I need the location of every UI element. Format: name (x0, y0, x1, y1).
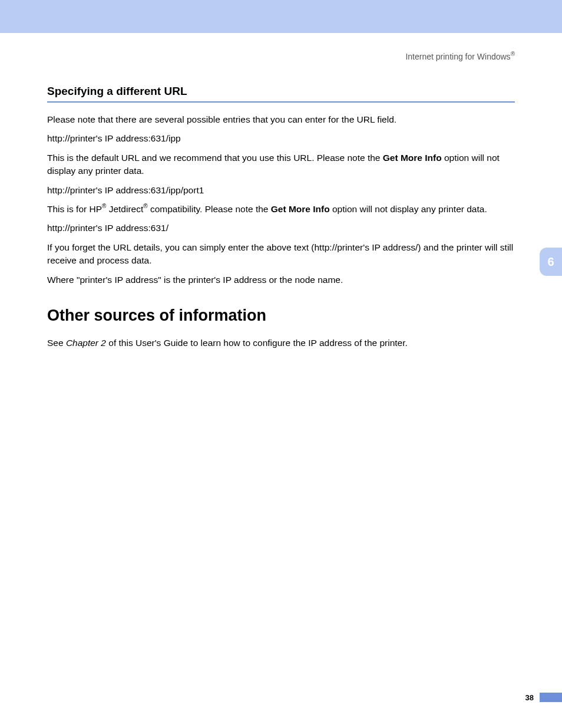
registered-mark: ® (143, 203, 147, 209)
page-number: 38 (525, 693, 534, 702)
running-header-text: Internet printing for Windows (405, 52, 510, 61)
text: This is for HP (47, 204, 102, 214)
paragraph: This is the default URL and we recommend… (47, 151, 515, 178)
page-content: Internet printing for Windows® Specifyin… (0, 33, 562, 350)
registered-mark: ® (511, 51, 515, 57)
text: of this User's Guide to learn how to con… (106, 338, 408, 348)
chapter-number: 6 (547, 255, 554, 269)
paragraph: See Chapter 2 of this User's Guide to le… (47, 337, 515, 350)
text: Jetdirect (106, 204, 143, 214)
bold-text: Get More Info (383, 153, 442, 163)
paragraph: If you forget the URL details, you can s… (47, 241, 515, 268)
registered-mark: ® (102, 203, 106, 209)
running-header: Internet printing for Windows® (47, 51, 515, 61)
paragraph: This is for HP® Jetdirect® compatibility… (47, 203, 515, 216)
bold-text: Get More Info (271, 204, 330, 214)
url-text: http://printer's IP address:631/ipp/port… (47, 184, 515, 197)
paragraph: Please note that there are several possi… (47, 113, 515, 126)
url-text: http://printer's IP address:631/ (47, 222, 515, 235)
top-decorative-band (0, 0, 562, 33)
url-text: http://printer's IP address:631/ipp (47, 132, 515, 145)
text: compatibility. Please note the (148, 204, 271, 214)
text: See (47, 338, 66, 348)
text: option will not display any printer data… (330, 204, 487, 214)
chapter-tab: 6 (540, 248, 562, 276)
text: This is the default URL and we recommend… (47, 153, 383, 163)
page-tab-bar (540, 693, 562, 702)
main-heading: Other sources of information (47, 307, 515, 325)
paragraph: Where "printer's IP address" is the prin… (47, 274, 515, 286)
section-title: Specifying a different URL (47, 85, 515, 103)
page-footer: 38 (525, 693, 562, 702)
italic-text: Chapter 2 (66, 338, 106, 348)
